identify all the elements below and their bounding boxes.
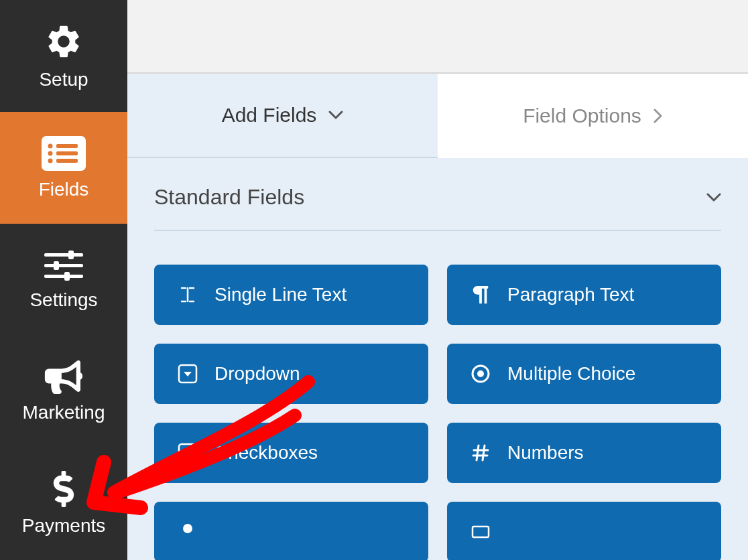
field-checkboxes[interactable]: Checkboxes <box>154 423 428 483</box>
svg-point-15 <box>477 370 484 377</box>
svg-point-17 <box>183 524 192 533</box>
sidebar: Setup Fields Settings Marketing Payments <box>0 0 127 560</box>
sidebar-item-setup[interactable]: Setup <box>0 0 127 112</box>
sliders-icon <box>44 249 83 281</box>
sidebar-item-fields[interactable]: Fields <box>0 112 127 224</box>
field-paragraph-text[interactable]: Paragraph Text <box>447 265 721 325</box>
svg-rect-12 <box>64 272 70 281</box>
sidebar-item-label: Fields <box>39 179 89 200</box>
field-label: Dropdown <box>214 363 300 384</box>
field-partial-2[interactable] <box>447 502 721 560</box>
gear-icon <box>44 22 83 61</box>
tabs: Add Fields Field Options <box>127 74 748 158</box>
list-icon <box>42 136 86 171</box>
field-dropdown[interactable]: Dropdown <box>154 344 428 404</box>
field-single-line-text[interactable]: Single Line Text <box>154 265 428 325</box>
sidebar-item-label: Payments <box>22 515 106 537</box>
tab-label: Add Fields <box>222 104 317 127</box>
top-bar <box>127 0 748 74</box>
hash-icon <box>470 443 491 463</box>
svg-rect-5 <box>56 151 78 155</box>
section-header-standard-fields[interactable]: Standard Fields <box>154 185 721 231</box>
field-label: Paragraph Text <box>507 284 634 305</box>
field-partial-1[interactable] <box>154 502 428 560</box>
paragraph-icon <box>470 285 491 305</box>
chevron-down-icon <box>328 111 343 120</box>
section-title: Standard Fields <box>154 185 304 210</box>
field-label: Multiple Choice <box>507 363 635 384</box>
text-cursor-icon <box>177 285 198 305</box>
dollar-icon <box>52 471 75 507</box>
chevron-down-icon <box>706 193 721 202</box>
unknown-icon <box>470 522 491 542</box>
sidebar-item-label: Setup <box>39 69 88 90</box>
svg-rect-11 <box>54 261 59 270</box>
field-grid: Single Line Text Paragraph Text Dropdown <box>154 265 721 560</box>
radio-icon <box>470 364 491 384</box>
sidebar-item-settings[interactable]: Settings <box>0 224 127 336</box>
sidebar-item-label: Marketing <box>23 402 105 423</box>
svg-point-2 <box>48 151 53 155</box>
svg-rect-7 <box>44 253 83 257</box>
field-label: Checkboxes <box>214 442 318 464</box>
svg-rect-8 <box>44 264 83 267</box>
svg-rect-16 <box>179 444 196 462</box>
sidebar-item-label: Settings <box>29 289 97 311</box>
fields-panel: Standard Fields Single Line Text Parag <box>127 158 748 560</box>
unknown-icon <box>177 522 198 542</box>
dropdown-icon <box>177 364 198 384</box>
field-label: Single Line Text <box>214 284 347 305</box>
field-multiple-choice[interactable]: Multiple Choice <box>447 344 721 404</box>
svg-rect-9 <box>44 275 83 278</box>
svg-rect-4 <box>56 144 78 148</box>
field-label: Numbers <box>507 442 584 464</box>
sidebar-item-marketing[interactable]: Marketing <box>0 336 127 448</box>
checkbox-icon <box>177 443 198 463</box>
content-area: Add Fields Field Options Standard Fields <box>127 0 748 560</box>
tab-field-options[interactable]: Field Options <box>438 74 748 158</box>
svg-rect-18 <box>473 527 489 537</box>
svg-point-3 <box>48 158 53 163</box>
svg-rect-10 <box>68 251 74 259</box>
tab-add-fields[interactable]: Add Fields <box>127 74 438 158</box>
tab-label: Field Options <box>523 104 641 127</box>
svg-point-1 <box>48 143 53 148</box>
sidebar-item-payments[interactable]: Payments <box>0 448 127 560</box>
svg-rect-6 <box>56 159 78 163</box>
field-numbers[interactable]: Numbers <box>447 423 721 483</box>
bullhorn-icon <box>44 360 83 394</box>
chevron-right-icon <box>653 109 663 123</box>
